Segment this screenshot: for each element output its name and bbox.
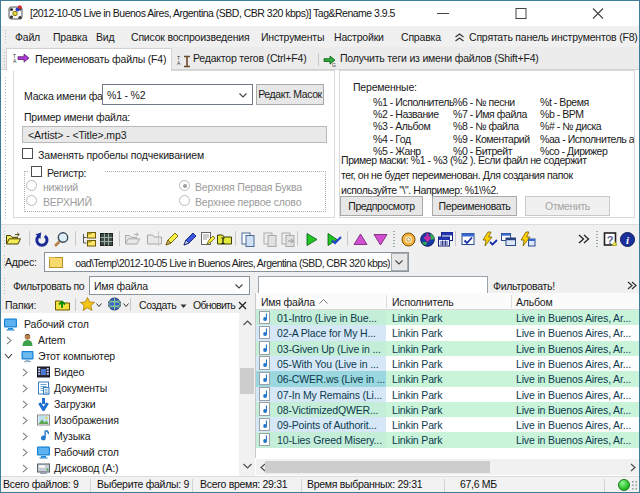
svg-text:A: A [13,58,17,64]
svg-text:G: G [332,62,336,68]
svg-text:A: A [177,60,181,66]
svg-text:?: ? [607,234,614,246]
